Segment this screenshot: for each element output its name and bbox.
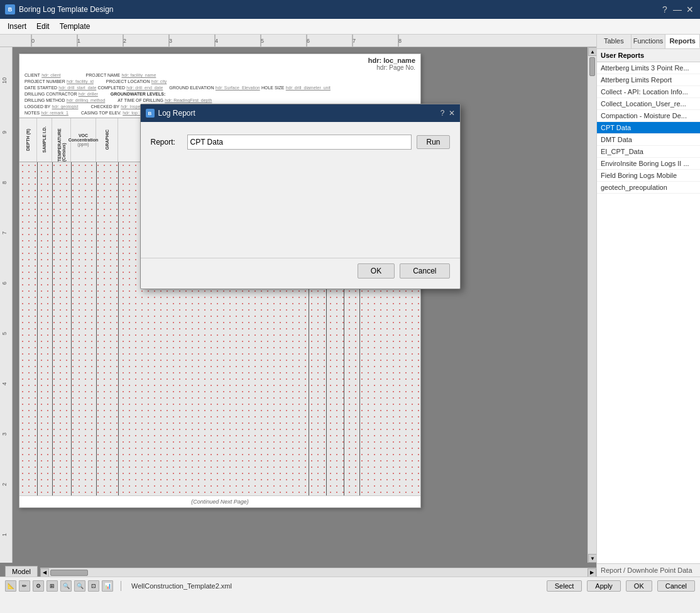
- v-ruler-svg: 10 9 8 7 6 5 4 3 2 1: [0, 47, 13, 563]
- canvas-area: 0 1 2 3 4 5 6 7 8: [0, 35, 596, 577]
- statusbar-select-btn[interactable]: Select: [547, 580, 582, 592]
- help-button[interactable]: ?: [660, 4, 670, 14]
- dialog-report-input[interactable]: [187, 135, 412, 150]
- scroll-track: [588, 56, 596, 554]
- dialog-report-label: Report:: [151, 138, 182, 146]
- tab-reports[interactable]: Reports: [665, 35, 700, 48]
- model-tab[interactable]: Model: [5, 566, 38, 577]
- app-icon: B: [5, 4, 15, 14]
- tab-tables[interactable]: Tables: [597, 35, 632, 48]
- scroll-up-btn[interactable]: ▲: [588, 47, 596, 56]
- right-panel-footer: Report / Downhole Point Data: [597, 563, 700, 577]
- minimize-button[interactable]: —: [672, 4, 682, 14]
- svg-text:8: 8: [398, 38, 402, 44]
- h-ruler-svg: 0 1 2 3 4 5 6 7 8: [13, 35, 596, 47]
- svg-text:5: 5: [261, 38, 264, 44]
- statusbar: 📐 ✏ ⚙ ⊞ 🔍 🔍 ⊡ 📊 WellConstruction_Templat…: [0, 577, 700, 594]
- list-item-geotech[interactable]: geotech_preopulation: [597, 182, 700, 194]
- titlebar: B Boring Log Template Design ? — ✕: [0, 0, 700, 19]
- svg-text:1: 1: [1, 533, 8, 536]
- dialog-overlay: B Log Report ? ✕ Report:: [13, 47, 588, 563]
- dialog-title-left: B Log Report: [146, 109, 195, 118]
- svg-text:1: 1: [77, 38, 80, 44]
- dialog-titlebar: B Log Report ? ✕: [141, 104, 460, 122]
- statusbar-cancel-btn[interactable]: Cancel: [657, 580, 695, 592]
- svg-text:4: 4: [1, 382, 8, 385]
- list-item-atterberg3[interactable]: Atterberg Limits 3 Point Re...: [597, 62, 700, 74]
- svg-text:8: 8: [1, 181, 8, 184]
- status-icon-6[interactable]: 🔍: [74, 580, 85, 592]
- log-report-dialog: B Log Report ? ✕ Report:: [140, 104, 461, 289]
- scroll-container: 10 9 8 7 6 5 4 3 2 1: [0, 47, 596, 563]
- menubar: Insert Edit Template: [0, 19, 700, 35]
- titlebar-controls: ? — ✕: [660, 4, 695, 14]
- statusbar-apply-btn[interactable]: Apply: [587, 580, 621, 592]
- list-item-atterberg[interactable]: Atterberg Limits Report: [597, 74, 700, 86]
- list-item-enviroinsite[interactable]: EnviroInsite Boring Logs II ...: [597, 158, 700, 170]
- status-icon-7[interactable]: ⊡: [88, 580, 99, 592]
- dialog-controls: ? ✕: [440, 109, 455, 118]
- dialog-report-row: Report: Run: [151, 135, 450, 150]
- status-icon-1[interactable]: 📐: [5, 580, 16, 592]
- list-item-compaction[interactable]: Compaction - Moisture De...: [597, 110, 700, 122]
- horizontal-ruler: 0 1 2 3 4 5 6 7 8: [0, 35, 596, 47]
- list-item-cpt-data[interactable]: CPT Data: [597, 122, 700, 134]
- dialog-ok-button[interactable]: OK: [358, 263, 395, 279]
- svg-text:7: 7: [353, 38, 356, 44]
- dialog-cancel-button[interactable]: Cancel: [400, 263, 449, 279]
- scroll-left-btn[interactable]: ◀: [40, 568, 49, 577]
- svg-text:4: 4: [215, 38, 218, 44]
- dialog-footer: OK Cancel: [141, 258, 460, 289]
- status-icon-3[interactable]: ⚙: [33, 580, 44, 592]
- vertical-scrollbar[interactable]: ▲ ▼: [588, 47, 596, 563]
- svg-text:6: 6: [307, 38, 310, 44]
- list-item-collect-location[interactable]: Collect_Location_User_re...: [597, 98, 700, 110]
- dialog-title: Log Report: [158, 109, 195, 118]
- list-item-field-boring[interactable]: Field Boring Logs Mobile: [597, 170, 700, 182]
- tab-functions[interactable]: Functions: [632, 35, 666, 48]
- dialog-help-btn[interactable]: ?: [440, 109, 445, 118]
- svg-text:2: 2: [1, 483, 8, 486]
- canvas-content[interactable]: hdr: loc_name hdr: Page No. CLIENT hdr: …: [13, 47, 588, 563]
- horizontal-scrollbar[interactable]: ◀ ▶: [40, 568, 596, 577]
- h-scroll-thumb[interactable]: [50, 570, 88, 576]
- dialog-spacer: [151, 160, 450, 248]
- list-item-collect-api[interactable]: Collect - API: Location Info...: [597, 86, 700, 98]
- menu-edit[interactable]: Edit: [31, 21, 55, 32]
- dialog-close-btn[interactable]: ✕: [449, 109, 455, 118]
- svg-text:6: 6: [1, 282, 8, 285]
- dialog-icon: B: [146, 109, 155, 118]
- right-panel-header: User Reports: [597, 49, 700, 62]
- right-panel-tabs: Tables Functions Reports: [597, 35, 700, 49]
- right-panel-list: Atterberg Limits 3 Point Re... Atterberg…: [597, 62, 700, 563]
- titlebar-title: Boring Log Template Design: [19, 5, 114, 14]
- right-panel: Tables Functions Reports User Reports At…: [596, 35, 700, 577]
- svg-text:2: 2: [123, 38, 126, 44]
- canvas-tab-bar: Model ◀ ▶: [0, 563, 596, 577]
- dialog-run-button[interactable]: Run: [417, 135, 449, 149]
- statusbar-right: Select Apply OK Cancel: [547, 580, 695, 592]
- main-layout: 0 1 2 3 4 5 6 7 8: [0, 35, 700, 577]
- svg-text:5: 5: [1, 332, 8, 335]
- separator: [121, 581, 121, 591]
- svg-text:10: 10: [1, 77, 8, 84]
- scroll-thumb[interactable]: [589, 57, 595, 76]
- close-button[interactable]: ✕: [685, 4, 695, 14]
- status-icon-5[interactable]: 🔍: [60, 580, 72, 592]
- svg-text:9: 9: [1, 131, 8, 134]
- menu-insert[interactable]: Insert: [3, 21, 31, 32]
- dialog-body: Report: Run: [141, 122, 460, 258]
- list-item-dmt-data[interactable]: DMT Data: [597, 134, 700, 146]
- menu-template[interactable]: Template: [55, 21, 96, 32]
- vertical-ruler: 10 9 8 7 6 5 4 3 2 1: [0, 47, 13, 563]
- scroll-right-btn[interactable]: ▶: [588, 568, 596, 577]
- status-icon-4[interactable]: ⊞: [46, 580, 58, 592]
- status-icon-2[interactable]: ✏: [19, 580, 30, 592]
- scroll-down-btn[interactable]: ▼: [588, 554, 596, 563]
- list-item-ei-cpt[interactable]: EI_CPT_Data: [597, 146, 700, 158]
- statusbar-icons: 📐 ✏ ⚙ ⊞ 🔍 🔍 ⊡ 📊: [5, 580, 113, 592]
- statusbar-filename: WellConstruction_Template2.xml: [131, 582, 232, 590]
- status-icon-8[interactable]: 📊: [102, 580, 113, 592]
- svg-text:0: 0: [31, 38, 35, 44]
- statusbar-ok-btn[interactable]: OK: [626, 580, 652, 592]
